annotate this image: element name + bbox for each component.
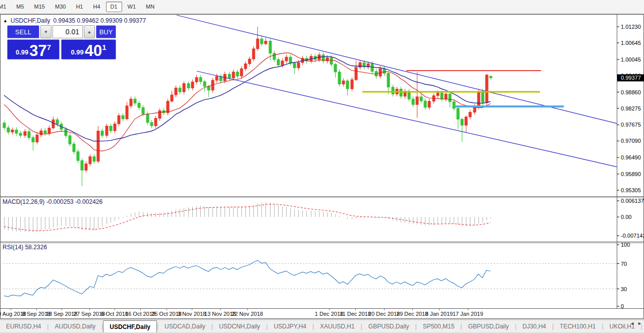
- candle: [89, 157, 91, 164]
- candle: [273, 53, 276, 60]
- candle: [118, 116, 120, 124]
- macd-tick-label: -0.007142: [621, 233, 644, 239]
- date-axis-label: 3 Nov 2018: [178, 311, 206, 317]
- candle: [183, 84, 185, 92]
- chart-tab-xauusd-h1[interactable]: XAUUSD,H1: [314, 320, 361, 332]
- candle: [248, 59, 251, 64]
- rsi-name: RSI(14): [3, 244, 23, 251]
- candle: [477, 91, 480, 106]
- candle: [207, 86, 210, 90]
- macd-tick-label: 0.006137: [621, 198, 644, 204]
- buy-button[interactable]: BUY: [96, 25, 116, 38]
- chart-tab-dj30-h4[interactable]: DJ30,H4: [516, 320, 552, 332]
- candle: [486, 75, 488, 103]
- price-tick-label: 0.97675: [621, 122, 641, 128]
- candle: [445, 94, 447, 99]
- candle: [81, 160, 83, 170]
- chart-tab-gbpusd-daily[interactable]: GBPUSD,Daily: [362, 320, 415, 332]
- candle: [437, 93, 439, 95]
- date-axis-label: 1 Dec 2018: [315, 311, 343, 317]
- candle: [114, 124, 116, 131]
- candle: [236, 72, 239, 76]
- volume-increment-button[interactable]: ▲: [84, 25, 95, 38]
- chart-tab-sp500-m15[interactable]: SP500,M15: [417, 320, 461, 332]
- candle: [342, 81, 345, 84]
- tab-scroll-left-icon[interactable]: ◄: [630, 321, 634, 326]
- candle: [441, 93, 443, 99]
- date-axis-label: 20 Dec 2018: [368, 311, 400, 317]
- date-axis-label: 22 Nov 2018: [232, 311, 263, 317]
- candle: [138, 103, 140, 107]
- candle: [244, 64, 247, 69]
- date-axis: 29 Aug 20188 Sep 201818 Sep 201827 Sep 2…: [0, 309, 617, 319]
- buy-price-sup: 1: [102, 43, 106, 51]
- sell-price-sup: 7: [47, 43, 51, 51]
- candle: [195, 78, 198, 82]
- sell-price-box[interactable]: 0.99 37 7: [7, 39, 60, 60]
- candle: [269, 41, 272, 53]
- date-axis-label: 18 Sep 2018: [46, 311, 77, 317]
- volume-decrement-button[interactable]: ▼: [40, 25, 51, 38]
- tab-scroll-right-icon[interactable]: ►: [637, 321, 642, 326]
- candle: [19, 133, 22, 135]
- candle: [7, 128, 10, 132]
- candle: [285, 57, 288, 61]
- spin-up-icon: ▲: [87, 30, 91, 34]
- candle: [289, 57, 292, 63]
- candle: [101, 131, 103, 136]
- candle: [85, 164, 87, 171]
- collapse-triangle-icon[interactable]: ▲: [3, 18, 8, 23]
- volume-input[interactable]: [52, 25, 83, 38]
- candle: [387, 73, 390, 87]
- chart-ohlc-values: 0.99435 0.99462 0.99309 0.99377: [53, 17, 146, 24]
- candle: [428, 101, 431, 107]
- trading-platform-window: M1M5M15M30H1H4D1W1MN 1.012301.006451.000…: [0, 0, 644, 334]
- date-axis-label: 29 Dec 2018: [397, 311, 428, 317]
- tab-scroll-arrows: ◄ ►: [630, 321, 642, 326]
- candle: [351, 80, 353, 89]
- current-price-text: 0.99377: [621, 75, 641, 81]
- candle: [15, 130, 18, 133]
- candle: [383, 69, 386, 73]
- chart-tab-tech100-h1[interactable]: TECH100,H1: [554, 320, 602, 332]
- rsi-tick-label: 100: [621, 242, 630, 248]
- candle: [457, 108, 459, 119]
- rsi-indicator-label: RSI(14) 58.2326: [3, 244, 47, 251]
- price-tick-label: 1.00045: [621, 57, 641, 63]
- chart-tab-audusd-daily[interactable]: AUDUSD,Daily: [48, 320, 101, 332]
- candle: [179, 88, 181, 92]
- candle: [11, 130, 14, 132]
- candle: [167, 101, 169, 113]
- candle: [24, 132, 26, 136]
- candle: [216, 76, 218, 80]
- candle: [122, 116, 124, 119]
- candle: [334, 64, 337, 72]
- candle: [3, 123, 6, 128]
- candle: [134, 99, 136, 103]
- chart-tab-gbpusd-daily[interactable]: GBPUSD,Daily: [462, 320, 515, 332]
- price-tick-label: 0.98275: [621, 105, 641, 112]
- candle: [481, 91, 484, 102]
- candle: [130, 99, 132, 106]
- candle: [256, 39, 259, 49]
- candle: [264, 41, 267, 43]
- rsi-tick-label: 70: [621, 261, 627, 267]
- chart-tab-usdcad-daily[interactable]: USDCAD,Daily: [158, 320, 211, 332]
- candle: [277, 60, 280, 65]
- buy-price-box[interactable]: 0.99 40 1: [61, 39, 116, 60]
- chart-tab-eurusd-h4[interactable]: EURUSD,H4: [0, 320, 47, 332]
- candle: [338, 72, 341, 84]
- chart-tab-usdchf-daily[interactable]: USDCHF,Daily: [103, 320, 157, 332]
- date-axis-label: 11 Dec 2018: [340, 311, 371, 317]
- candle: [69, 136, 71, 144]
- buy-price-prefix: 0.99: [71, 48, 83, 56]
- chart-tab-usdjpy-h4[interactable]: USDJPY,H4: [267, 320, 312, 332]
- candle: [330, 58, 333, 64]
- price-tick-label: 1.00645: [621, 40, 641, 46]
- candle: [40, 131, 42, 135]
- candle: [465, 117, 467, 125]
- sell-price-prefix: 0.99: [16, 48, 28, 56]
- candle: [297, 63, 300, 68]
- chart-tab-usdcnh-daily[interactable]: USDCNH,Daily: [213, 320, 266, 332]
- sell-button[interactable]: SELL: [7, 25, 39, 38]
